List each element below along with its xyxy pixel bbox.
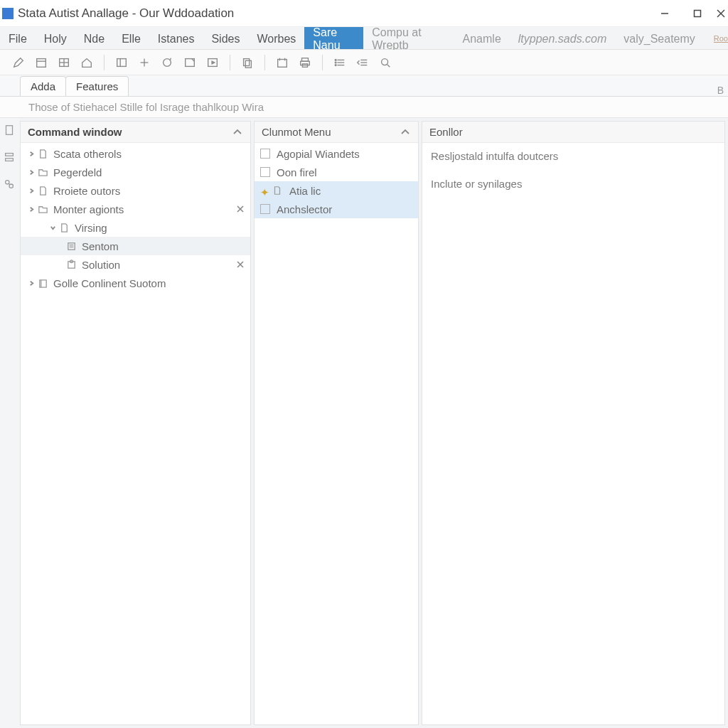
tree-item[interactable]: Solution bbox=[21, 255, 250, 274]
pencil-icon[interactable] bbox=[9, 53, 28, 73]
svg-rect-45 bbox=[68, 242, 74, 249]
menu-file[interactable]: File bbox=[0, 27, 36, 49]
svg-rect-17 bbox=[244, 58, 250, 65]
tab-features[interactable]: Features bbox=[65, 76, 129, 96]
svg-rect-9 bbox=[117, 58, 127, 66]
tabstrip: Adda Features B bbox=[0, 75, 728, 97]
plus-icon[interactable] bbox=[134, 53, 154, 73]
doc-icon bbox=[65, 240, 77, 252]
tree-label: Golle Conlinent Suotom bbox=[53, 277, 166, 289]
svg-point-29 bbox=[335, 62, 336, 63]
menu-nde[interactable]: Nde bbox=[75, 27, 113, 49]
file-icon bbox=[272, 185, 283, 196]
print-icon[interactable] bbox=[295, 53, 315, 73]
caret-right-icon bbox=[26, 188, 36, 194]
main-area: Command window Scata otherols Pegerdeld … bbox=[0, 118, 728, 728]
calendar-icon[interactable] bbox=[31, 53, 51, 73]
menu-item-selected[interactable]: ✦ Atia lic bbox=[255, 181, 418, 200]
tree-label: Rroiete outors bbox=[53, 185, 120, 197]
rail-link-icon[interactable] bbox=[3, 178, 17, 192]
caret-down-icon bbox=[48, 225, 58, 231]
menu-worbes[interactable]: Worbes bbox=[248, 27, 304, 49]
menu-item[interactable]: Oon firel bbox=[255, 163, 418, 181]
svg-point-34 bbox=[382, 58, 388, 65]
date-icon[interactable] bbox=[272, 53, 292, 73]
menu-elle[interactable]: Elle bbox=[113, 27, 149, 49]
caret-right-icon bbox=[26, 206, 36, 213]
tree-item[interactable]: Golle Conlinent Suotom bbox=[21, 274, 250, 292]
menu-istanes[interactable]: Istanes bbox=[149, 27, 203, 49]
panel-clunmot-menu: Clunmot Menu Agopial Wiandets Oon firel … bbox=[254, 121, 419, 725]
checkbox-icon[interactable] bbox=[260, 149, 270, 159]
collapse-icon[interactable] bbox=[232, 127, 243, 138]
home-icon[interactable] bbox=[77, 53, 97, 73]
checkbox-icon[interactable] bbox=[260, 204, 270, 214]
menu-item[interactable]: Agopial Wiandets bbox=[255, 144, 418, 163]
panel-header-menu: Clunmot Menu bbox=[255, 122, 418, 143]
svg-rect-38 bbox=[6, 154, 14, 156]
menu-trail-1[interactable]: Compu at Wreptb_ bbox=[363, 27, 454, 49]
tree-label: Monter agionts bbox=[53, 203, 124, 215]
svg-rect-23 bbox=[301, 61, 310, 65]
play-icon[interactable] bbox=[203, 53, 223, 73]
maximize-button[interactable] bbox=[681, 0, 714, 27]
rail-stack-icon[interactable] bbox=[3, 151, 17, 165]
menu-item[interactable]: Anchslector bbox=[255, 200, 418, 218]
folder-icon bbox=[36, 203, 49, 215]
panel-title: Eonllor bbox=[429, 126, 717, 138]
collapse-icon[interactable] bbox=[400, 127, 411, 138]
table-icon[interactable] bbox=[54, 53, 74, 73]
app-icon bbox=[2, 8, 14, 19]
star-icon: ✦ bbox=[260, 186, 269, 195]
svg-rect-37 bbox=[6, 126, 13, 135]
editor-line: Resljostald intulfa doutcers bbox=[422, 144, 724, 162]
panel-command-window: Command window Scata otherols Pegerdeld … bbox=[20, 121, 251, 725]
rail-doc-icon[interactable] bbox=[3, 124, 17, 138]
tree-label: Sentom bbox=[82, 240, 119, 252]
command-tree: Scata otherols Pegerdeld Rroiete outors … bbox=[21, 143, 250, 724]
toolbar-divider bbox=[322, 55, 323, 70]
menu-trail-2[interactable]: Anamle bbox=[454, 27, 510, 49]
tree-item-selected[interactable]: Sentom bbox=[21, 237, 250, 255]
close-icon[interactable] bbox=[235, 203, 246, 215]
side-rail bbox=[0, 118, 20, 728]
search-icon[interactable] bbox=[375, 53, 395, 73]
menu-trail-3[interactable]: ltyppen.sads.com bbox=[510, 27, 616, 49]
svg-point-13 bbox=[164, 58, 171, 66]
menu-sides[interactable]: Sides bbox=[203, 27, 248, 49]
menu-trail-4[interactable]: valy_Seatemy bbox=[615, 27, 704, 49]
menu-item-label: Oon firel bbox=[277, 166, 317, 178]
tree-item[interactable]: Pegerdeld bbox=[21, 163, 250, 181]
svg-rect-18 bbox=[245, 60, 251, 68]
window-title: Stata Autist Anallage - Our Wddoadation bbox=[18, 6, 234, 21]
hint-line: Those of Stiehacel Stille fol Israge tha… bbox=[0, 97, 728, 118]
tree-item[interactable]: Scata otherols bbox=[21, 144, 250, 163]
menu-holy[interactable]: Holy bbox=[36, 27, 75, 49]
close-button[interactable] bbox=[714, 0, 728, 27]
tree-item[interactable]: Virsing bbox=[21, 218, 250, 237]
tabstrip-right-label: B bbox=[717, 85, 728, 96]
window-icon[interactable] bbox=[180, 53, 200, 73]
checkbox-icon[interactable] bbox=[260, 167, 270, 177]
caret-right-icon bbox=[26, 151, 36, 157]
list-icon[interactable] bbox=[330, 53, 350, 73]
panel-title: Command window bbox=[28, 126, 232, 138]
menu-tiny-link[interactable]: Roo bbox=[704, 27, 728, 49]
toolbar-divider bbox=[264, 55, 265, 70]
minimize-button[interactable] bbox=[648, 0, 681, 27]
refresh-icon[interactable] bbox=[157, 53, 177, 73]
tree-item[interactable]: Rroiete outors bbox=[21, 181, 250, 200]
tab-adda[interactable]: Adda bbox=[20, 76, 66, 96]
folder-icon bbox=[36, 166, 49, 178]
tree-item[interactable]: Monter agionts bbox=[21, 200, 250, 218]
menu-sare-nanu[interactable]: Sare Nanu bbox=[304, 27, 363, 49]
tree-label: Virsing bbox=[75, 222, 107, 234]
copy-icon[interactable] bbox=[237, 53, 257, 73]
close-icon[interactable] bbox=[235, 259, 246, 270]
svg-rect-39 bbox=[6, 159, 14, 161]
svg-point-28 bbox=[335, 59, 336, 60]
svg-marker-16 bbox=[212, 61, 215, 64]
panel-icon[interactable] bbox=[112, 53, 132, 73]
editor-body[interactable]: Resljostald intulfa doutcers Inclute or … bbox=[422, 143, 724, 724]
outdent-icon[interactable] bbox=[353, 53, 373, 73]
